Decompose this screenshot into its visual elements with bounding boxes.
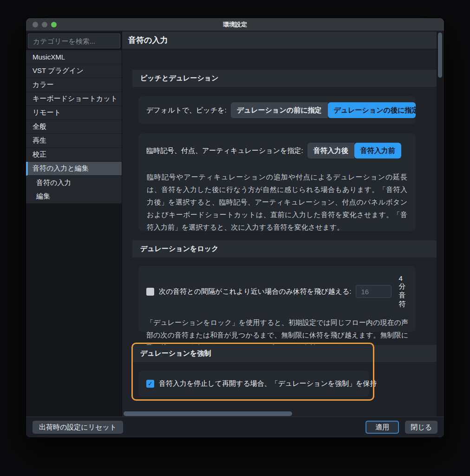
skip-rests-label: 次の音符との間隔がこれより近い場合のみ休符を飛び越える: [159,287,351,296]
card-accidentals: 臨時記号、付点、アーティキュレーションを指定: 音符入力後 音符入力前 臨時記号… [138,133,416,231]
accidentals-segmented-control: 音符入力後 音符入力前 [307,143,401,159]
sidebar-item-remote[interactable]: リモート [26,106,122,120]
zoom-window-icon[interactable] [51,22,57,27]
sidebar-subitem-note-input[interactable]: 音符の入力 [26,176,122,190]
sidebar-item-general[interactable]: 全般 [26,120,122,134]
sidebar-item-proofing[interactable]: 校正 [26,148,122,162]
accidentals-description: 臨時記号やアーティキュレーションの追加や付点によるデュレーションの延長は、音符を… [146,171,407,233]
vertical-scrollbar-track [437,32,444,416]
close-button[interactable]: 閉じる [405,421,437,434]
settings-panel: 音符の入力 ピッチとデュレーション デフォルトで、ピッチを: デュレーションの前… [122,32,444,416]
horizontal-scrollbar-thumb[interactable] [124,411,292,416]
category-sidebar: MusicXML VST プラグイン カラー キーボードショートカット リモート… [26,32,122,416]
title-bar: 環境設定 [26,18,444,31]
section-title-pitch-duration: ピッチとデュレーション [132,70,437,87]
default-pitch-label: デフォルトで、ピッチを: [146,106,227,115]
sidebar-item-musicxml[interactable]: MusicXML [26,50,122,64]
close-window-icon[interactable] [33,22,38,27]
window-title: 環境設定 [223,20,247,29]
traffic-lights [33,22,57,27]
minimize-window-icon[interactable] [42,22,47,27]
category-search-input[interactable] [28,33,120,48]
card-default-pitch: デフォルトで、ピッチを: デュレーションの前に指定 デュレーションの後に指定 [138,96,416,124]
sidebar-item-playback[interactable]: 再生 [26,134,122,148]
keep-force-duration-checkbox[interactable] [146,380,154,388]
sidebar-item-keyboard-shortcuts[interactable]: キーボードショートカット [26,92,122,106]
sidebar-item-vst-plugins[interactable]: VST プラグイン [26,64,122,78]
section-title-lock-duration: デュレーションをロック [132,240,437,258]
footer-bar: 出荷時の設定にリセット 適用 閉じる [26,416,444,437]
keep-force-duration-label: 音符入力を停止して再開する場合、「デュレーションを強制」を保持 [159,379,377,388]
reset-defaults-button[interactable]: 出荷時の設定にリセット [33,421,123,434]
sidebar-item-colors[interactable]: カラー [26,78,122,92]
vertical-scrollbar-thumb[interactable] [438,33,442,78]
accidentals-label: 臨時記号、付点、アーティキュレーションを指定: [146,146,303,155]
pitch-order-segmented-control: デュレーションの前に指定 デュレーションの後に指定 [231,102,416,118]
option-after-duration-button[interactable]: デュレーションの後に指定 [328,102,416,118]
option-before-duration-button[interactable]: デュレーションの前に指定 [231,102,328,118]
sidebar-item-note-input-editing[interactable]: 音符の入力と編集 [26,162,122,176]
rest-gap-unit-label: 4 分音符 [398,274,405,309]
card-lock-duration: 次の音符との間隔がこれより近い場合のみ休符を飛び越える: 4 分音符 「デュレー… [138,266,416,332]
apply-button[interactable]: 適用 [366,421,399,434]
preferences-dialog: 環境設定 MusicXML VST プラグイン カラー キーボードショートカット… [26,18,444,438]
rest-gap-value-input[interactable] [356,285,392,298]
option-after-input-button[interactable]: 音符入力後 [307,143,354,159]
section-title-force-duration: デュレーションを強制 [132,345,437,362]
sidebar-subitem-editing[interactable]: 編集 [26,190,122,204]
option-before-input-button[interactable]: 音符入力前 [354,143,401,159]
card-force-duration: 音符入力を停止して再開する場合、「デュレーションを強制」を保持 [138,370,369,397]
skip-rests-checkbox[interactable] [146,288,154,296]
page-title: 音符の入力 [122,32,437,49]
